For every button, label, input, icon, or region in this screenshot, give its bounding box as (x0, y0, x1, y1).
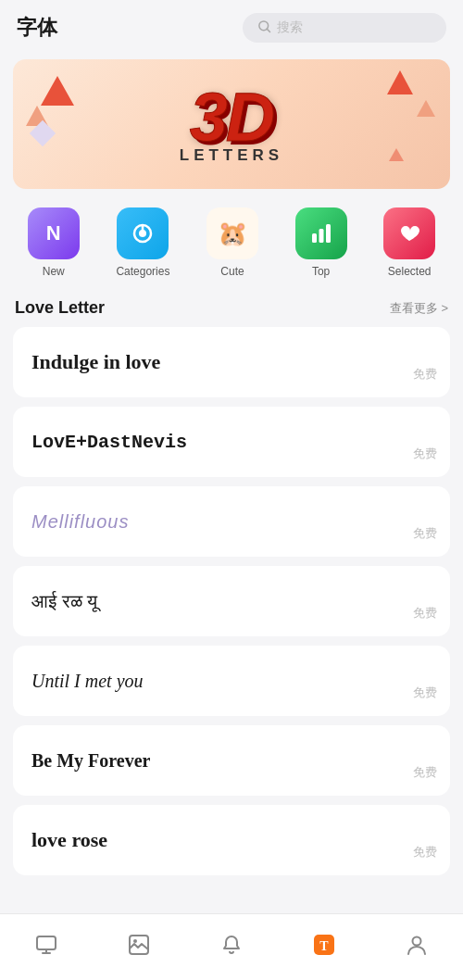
font-name-3: Mellifluous (31, 511, 129, 533)
svg-rect-5 (312, 233, 317, 243)
font-item-2[interactable]: LovE+DastNevis 免费 (13, 407, 450, 477)
font-preview-6: Be My Forever (13, 734, 400, 788)
search-bar[interactable]: 搜索 (243, 13, 446, 43)
font-item-3[interactable]: Mellifluous 免费 (13, 486, 450, 557)
banner: 3D LETTERS (13, 59, 450, 189)
section-header: Love Letter 查看更多 > (0, 291, 463, 327)
category-new[interactable]: N New (28, 207, 80, 278)
new-icon: N (28, 207, 80, 259)
section-more-button[interactable]: 查看更多 > (390, 300, 448, 317)
triangle-decoration-3 (387, 70, 413, 94)
nav-item-bell[interactable] (185, 933, 278, 962)
font-item-7[interactable]: love rose 免费 (13, 805, 450, 875)
font-icon: T (312, 933, 336, 962)
font-free-badge-4: 免费 (400, 605, 450, 636)
category-selected[interactable]: Selected (383, 207, 435, 278)
categories-icon (117, 207, 169, 259)
category-categories-label: Categories (116, 265, 169, 278)
font-name-2: LovE+DastNevis (31, 432, 187, 453)
font-preview-2: LovE+DastNevis (13, 415, 400, 470)
font-item-6[interactable]: Be My Forever 免费 (13, 725, 450, 796)
nav-item-profile[interactable] (370, 933, 463, 962)
category-selected-label: Selected (388, 265, 432, 278)
gallery-icon (127, 933, 151, 962)
category-categories[interactable]: Categories (116, 207, 169, 278)
svg-text:T: T (319, 939, 329, 953)
font-name-7: love rose (31, 828, 107, 852)
category-top[interactable]: Top (295, 207, 347, 278)
banner-subtitle: LETTERS (180, 146, 283, 165)
section-title: Love Letter (15, 298, 105, 318)
font-item-4[interactable]: आई रळ यू 免费 (13, 566, 450, 636)
font-free-badge-6: 免费 (400, 764, 450, 796)
font-item-5[interactable]: Until I met you 免费 (13, 646, 450, 716)
svg-line-1 (267, 29, 269, 31)
svg-rect-6 (319, 229, 323, 243)
svg-point-12 (133, 939, 137, 943)
font-free-badge-5: 免费 (400, 685, 450, 716)
font-name-4: आई रळ यू (31, 591, 97, 612)
category-top-label: Top (312, 265, 330, 278)
font-list: Indulge in love 免费 LovE+DastNevis 免费 Mel… (0, 327, 463, 885)
top-icon (295, 207, 347, 259)
nav-item-font[interactable]: T (278, 933, 370, 962)
search-icon (257, 19, 271, 36)
font-preview-1: Indulge in love (13, 333, 400, 391)
category-cute[interactable]: 🐹 Cute (206, 207, 258, 278)
nav-item-display[interactable] (0, 933, 93, 962)
category-cute-label: Cute (220, 265, 244, 278)
bottom-nav: T (0, 913, 463, 980)
triangle-decoration-5 (389, 148, 404, 161)
nav-item-gallery[interactable] (93, 933, 185, 962)
display-icon (34, 933, 58, 962)
svg-rect-7 (326, 224, 331, 243)
triangle-decoration-4 (417, 100, 435, 117)
font-free-badge-7: 免费 (400, 844, 450, 875)
banner-content: 3D LETTERS (180, 83, 283, 165)
page-title: 字体 (17, 14, 57, 42)
svg-rect-8 (37, 936, 56, 949)
header: 字体 搜索 (0, 0, 463, 52)
search-placeholder-text: 搜索 (277, 19, 303, 36)
triangle-decoration-1 (41, 76, 74, 106)
banner-title-3d: 3D (180, 83, 283, 152)
font-item-1[interactable]: Indulge in love 免费 (13, 327, 450, 397)
font-free-badge-1: 免费 (400, 366, 450, 397)
font-free-badge-2: 免费 (400, 446, 450, 477)
selected-icon (383, 207, 435, 259)
font-preview-7: love rose (13, 811, 400, 869)
category-new-label: New (43, 265, 65, 278)
font-preview-4: आई रळ यू (13, 574, 400, 629)
font-preview-5: Until I met you (13, 654, 400, 709)
bell-icon (219, 933, 244, 962)
font-name-5: Until I met you (31, 671, 144, 692)
font-free-badge-3: 免费 (400, 525, 450, 557)
categories-row: N New Categories 🐹 Cute Top (0, 202, 463, 291)
svg-point-3 (139, 230, 146, 237)
font-name-1: Indulge in love (31, 350, 160, 374)
font-preview-3: Mellifluous (13, 495, 400, 549)
profile-icon (405, 933, 429, 962)
svg-point-15 (413, 936, 421, 945)
cute-icon: 🐹 (206, 207, 258, 259)
font-name-6: Be My Forever (31, 750, 150, 772)
